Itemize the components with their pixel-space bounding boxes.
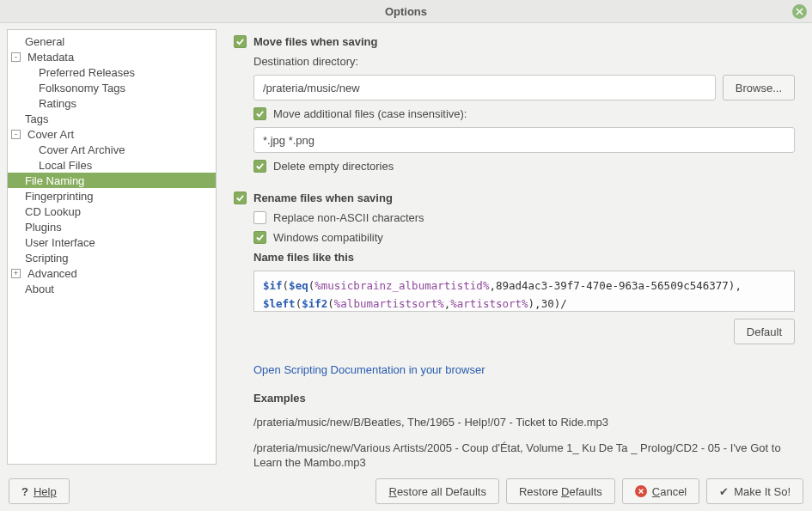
windows-compat-row[interactable]: Windows compatibility — [253, 231, 795, 244]
dest-dir-input[interactable] — [253, 75, 716, 100]
rename-files-row[interactable]: Rename files when saving — [234, 192, 795, 204]
restore-all-label: Restore all Defaults — [388, 485, 485, 498]
tree-item-label: Fingerprinting — [25, 190, 94, 203]
code-token: %albumartistsort% — [334, 297, 444, 310]
make-it-so-button[interactable]: ✔ Make It So! — [706, 478, 803, 504]
move-additional-row[interactable]: Move additional files (case insensitive)… — [253, 107, 795, 120]
tree-item-label: Local Files — [39, 159, 92, 172]
delete-empty-label: Delete empty directories — [273, 160, 394, 173]
tree-item-about[interactable]: About — [8, 281, 216, 296]
code-token: $eq — [289, 279, 308, 292]
tree-item-local-files[interactable]: Local Files — [8, 157, 216, 173]
tree-item-cd-lookup[interactable]: CD Lookup — [8, 204, 216, 219]
replace-non-ascii-label: Replace non-ASCII characters — [273, 211, 424, 224]
collapse-icon[interactable]: - — [11, 130, 21, 139]
check-icon — [235, 193, 245, 203]
rename-files-label: Rename files when saving — [253, 192, 393, 204]
tree-item-tags[interactable]: Tags — [8, 111, 216, 126]
examples-label: Examples — [253, 392, 795, 405]
help-label: Help — [34, 485, 57, 498]
close-button[interactable] — [792, 4, 807, 19]
code-token: $if — [263, 279, 283, 292]
tree-item-advanced[interactable]: +Advanced — [8, 265, 216, 281]
tree-item-file-naming[interactable]: File Naming — [8, 173, 216, 188]
cancel-button[interactable]: Cancel — [622, 478, 699, 504]
dialog-footer: ? Help Restore all Defaults Restore Defa… — [0, 471, 812, 511]
code-token: ,89ad4ac3-39f7-470e-963a-56509c546377) — [489, 279, 735, 292]
tree-item-general[interactable]: General — [8, 33, 216, 49]
tree-item-cover-art-archive[interactable]: Cover Art Archive — [8, 142, 216, 157]
default-button[interactable]: Default — [734, 319, 795, 344]
cancel-label: Cancel — [652, 485, 687, 498]
code-token: ( — [327, 297, 334, 310]
browse-button[interactable]: Browse... — [723, 75, 795, 100]
tree-item-label: CD Lookup — [25, 205, 81, 218]
delete-empty-row[interactable]: Delete empty directories — [253, 160, 795, 173]
move-files-label: Move files when saving — [253, 35, 378, 48]
tree-item-metadata[interactable]: -Metadata — [8, 49, 216, 64]
titlebar: Options — [0, 0, 812, 23]
tree-item-label: User Interface — [25, 236, 95, 249]
tree-item-label: Preferred Releases — [39, 66, 135, 79]
check-icon: ✔ — [719, 485, 729, 498]
example-path-2: /prateria/music/new/Various Artists/2005… — [253, 441, 795, 471]
tree-item-ratings[interactable]: Ratings — [8, 95, 216, 111]
tree-item-preferred-releases[interactable]: Preferred Releases — [8, 64, 216, 80]
code-token: ),30)/ — [528, 297, 567, 310]
tree-item-label: Tags — [25, 113, 48, 125]
tree-item-cover-art[interactable]: -Cover Art — [8, 126, 216, 142]
cancel-icon — [635, 485, 647, 497]
code-token: $if2 — [302, 297, 327, 310]
tree-item-label: Metadata — [27, 51, 74, 64]
tree-item-label: General — [25, 35, 64, 48]
code-token: ( — [283, 279, 290, 292]
make-it-so-label: Make It So! — [734, 485, 791, 498]
restore-all-defaults-button[interactable]: Restore all Defaults — [375, 478, 498, 504]
code-token: %musicbrainz_albumartistid% — [314, 279, 489, 292]
tree-item-label: Folksonomy Tags — [39, 82, 125, 94]
move-files-checkbox[interactable] — [234, 35, 247, 48]
restore-label: Restore Defaults — [519, 485, 602, 498]
naming-script-editor[interactable]: $if($eq(%musicbrainz_albumartistid%,89ad… — [253, 271, 795, 312]
move-additional-input[interactable] — [253, 127, 795, 153]
code-token: , — [735, 279, 742, 292]
check-icon — [255, 161, 265, 171]
tree-item-label: File Naming — [25, 174, 84, 187]
content-panel: Move files when saving Destination direc… — [217, 23, 812, 471]
move-files-checkbox-row[interactable]: Move files when saving — [234, 35, 795, 48]
code-token: %artistsort% — [450, 297, 528, 310]
collapse-icon[interactable]: - — [11, 52, 21, 62]
replace-non-ascii-checkbox[interactable] — [253, 211, 266, 224]
tree-item-label: Advanced — [27, 267, 77, 280]
check-icon — [235, 37, 245, 46]
check-icon — [255, 109, 265, 119]
windows-compat-checkbox[interactable] — [253, 231, 266, 244]
tree-item-label: About — [25, 283, 54, 295]
tree-item-user-interface[interactable]: User Interface — [8, 234, 216, 250]
dest-dir-label: Destination directory: — [253, 55, 795, 68]
tree-item-label: Scripting — [25, 252, 69, 265]
code-token: $left — [263, 297, 296, 310]
example-path-1: /prateria/music/new/B/Beatles, The/1965 … — [253, 415, 795, 430]
help-button[interactable]: ? Help — [9, 478, 70, 504]
close-icon — [796, 8, 803, 15]
tree-item-label: Cover Art Archive — [39, 143, 125, 156]
move-additional-checkbox[interactable] — [253, 107, 266, 120]
tree-item-label: Ratings — [39, 97, 76, 110]
name-files-label: Name files like this — [253, 251, 795, 264]
rename-files-checkbox[interactable] — [234, 192, 247, 204]
tree-item-scripting[interactable]: Scripting — [8, 250, 216, 265]
move-additional-label: Move additional files (case insensitive)… — [273, 107, 467, 120]
delete-empty-checkbox[interactable] — [253, 160, 266, 173]
tree-item-folksonomy-tags[interactable]: Folksonomy Tags — [8, 80, 216, 95]
tree-item-plugins[interactable]: Plugins — [8, 219, 216, 234]
expand-icon[interactable]: + — [11, 269, 21, 278]
tree-item-fingerprinting[interactable]: Fingerprinting — [8, 188, 216, 204]
tree-item-label: Cover Art — [27, 128, 74, 141]
scripting-doc-link[interactable]: Open Scripting Documentation in your bro… — [253, 363, 795, 376]
windows-compat-label: Windows compatibility — [273, 231, 383, 244]
restore-defaults-button[interactable]: Restore Defaults — [506, 478, 615, 504]
check-icon — [255, 233, 265, 242]
options-tree: General-MetadataPreferred ReleasesFolkso… — [7, 29, 217, 465]
replace-non-ascii-row[interactable]: Replace non-ASCII characters — [253, 211, 795, 224]
